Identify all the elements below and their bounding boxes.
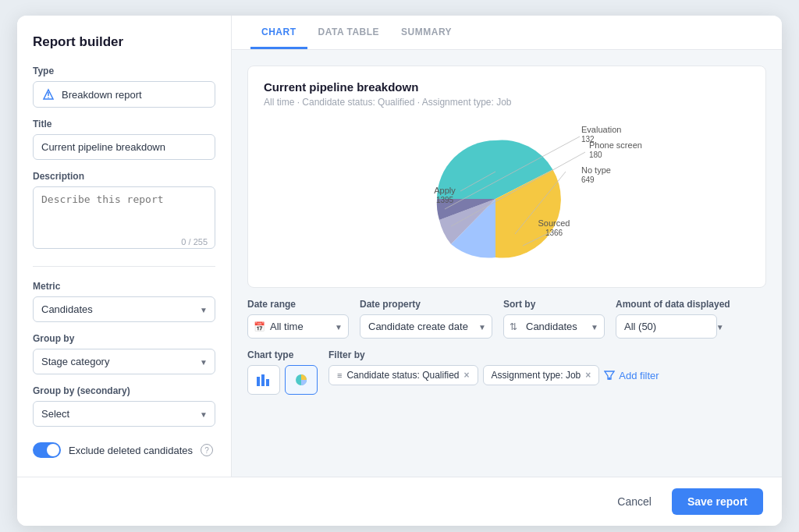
metric-select[interactable]: Candidates (33, 296, 215, 322)
char-count: 0 / 255 (181, 237, 208, 246)
pie-chart-svg: Apply 1395 Sourced 1366 No type 649 Phon… (359, 125, 655, 265)
chart-subtitle: All time · Candidate status: Qualified ·… (264, 97, 750, 108)
chart-type-label: Chart type (247, 349, 318, 360)
chart-type-group: Chart type (247, 349, 318, 395)
date-property-select-wrap: Candidate create date ▼ (360, 314, 492, 339)
add-filter-button[interactable]: Add filter (604, 370, 659, 381)
pie-chart-button[interactable] (285, 365, 318, 395)
label-phonescreen: Phone screen (589, 140, 642, 150)
sort-by-select-wrap: ⇅ Candidates ▼ (503, 314, 605, 339)
cancel-button[interactable]: Cancel (605, 489, 664, 514)
filter-tag-icon-1: ≡ (337, 371, 342, 380)
filter-add-icon (604, 370, 615, 381)
value-notype: 649 (581, 176, 595, 184)
chart-type-buttons (247, 365, 318, 395)
date-range-label: Date range (247, 299, 349, 310)
label-sourced: Sourced (538, 218, 570, 228)
svg-rect-3 (257, 377, 260, 386)
group-by-select[interactable]: Stage category (33, 349, 215, 374)
filter-tag-assignment-type: Assignment type: Job × (483, 365, 600, 385)
bar-icon (256, 373, 272, 387)
exclude-toggle[interactable] (33, 442, 61, 458)
add-filter-label: Add filter (619, 370, 659, 381)
filters-area-1: Date range 📅 All time ▼ Date property (247, 299, 766, 339)
breakdown-icon (41, 87, 55, 101)
group-by-secondary-select-wrap: Select ▼ (33, 401, 215, 427)
date-property-group: Date property Candidate create date ▼ (360, 299, 492, 339)
divider-1 (33, 266, 215, 267)
bar-chart-button[interactable] (247, 365, 280, 395)
chart-svg-wrap: Apply 1395 Sourced 1366 No type 649 Phon… (264, 117, 750, 273)
group-by-secondary-label: Group by (secondary) (33, 385, 215, 396)
save-report-button[interactable]: Save report (672, 488, 763, 515)
sort-by-group: Sort by ⇅ Candidates ▼ (503, 299, 605, 339)
svg-rect-5 (266, 379, 269, 386)
type-field: Breakdown report (33, 81, 215, 108)
date-range-select-wrap: 📅 All time ▼ (247, 314, 349, 339)
svg-rect-4 (261, 374, 265, 386)
exclude-label: Exclude deleted candidates (69, 445, 193, 456)
report-builder-modal: Report builder Type Breakdown report Tit… (17, 16, 782, 526)
value-phonescreen: 180 (589, 151, 602, 159)
date-range-group: Date range 📅 All time ▼ (247, 299, 349, 339)
date-range-select[interactable]: All time (247, 314, 349, 339)
modal-footer: Cancel Save report (17, 477, 782, 526)
filter-tag-remove-1[interactable]: × (464, 370, 470, 381)
chart-container: Current pipeline breakdown All time · Ca… (247, 66, 766, 288)
main-content: CHART DATA TABLE SUMMARY Current pipelin… (232, 16, 782, 477)
tabs-bar: CHART DATA TABLE SUMMARY (232, 16, 782, 50)
svg-point-2 (48, 97, 49, 98)
tab-data-table[interactable]: DATA TABLE (307, 16, 391, 49)
description-wrap: 0 / 255 (33, 186, 215, 252)
amount-select[interactable]: All (50) (616, 314, 717, 339)
description-label: Description (33, 171, 215, 182)
group-by-label: Group by (33, 333, 215, 344)
metric-label: Metric (33, 281, 215, 292)
filter-tags-row: ≡ Candidate status: Qualified × Assignme… (328, 365, 766, 385)
filter-by-label: Filter by (328, 349, 766, 360)
toggle-knob (47, 444, 59, 456)
pie-icon (293, 373, 309, 387)
filters-area-2: Chart type (247, 349, 766, 395)
filter-tag-candidate-status: ≡ Candidate status: Qualified × (328, 365, 478, 385)
label-notype: No type (581, 165, 611, 175)
amount-label: Amount of data displayed (616, 299, 730, 310)
filter-tag-text-1: Candidate status: Qualified (346, 370, 459, 381)
type-value: Breakdown report (62, 89, 142, 101)
amount-arrow: ▼ (716, 322, 724, 331)
chart-title: Current pipeline breakdown (264, 80, 750, 94)
filter-by-group: Filter by ≡ Candidate status: Qualified … (328, 349, 766, 395)
label-evaluation: Evaluation (581, 125, 621, 134)
amount-group: Amount of data displayed All (50) ▼ (616, 299, 730, 339)
title-label: Title (33, 119, 215, 129)
tab-summary[interactable]: SUMMARY (390, 16, 463, 49)
filter-tag-remove-2[interactable]: × (585, 370, 591, 381)
toggle-row: Exclude deleted candidates ? (33, 442, 215, 458)
group-by-secondary-select[interactable]: Select (33, 401, 215, 427)
type-label: Type (33, 66, 215, 76)
sort-by-label: Sort by (503, 299, 605, 310)
label-apply: Apply (434, 186, 456, 195)
help-icon[interactable]: ? (201, 444, 213, 456)
group-by-select-wrap: Stage category ▼ (33, 349, 215, 374)
metric-select-wrap: Candidates ▼ (33, 296, 215, 322)
sidebar-title: Report builder (33, 34, 215, 50)
title-input[interactable] (33, 134, 215, 160)
sidebar: Report builder Type Breakdown report Tit… (17, 16, 232, 477)
modal-body: Report builder Type Breakdown report Tit… (17, 16, 782, 477)
value-apply: 1395 (435, 196, 453, 204)
value-sourced: 1366 (545, 229, 563, 237)
value-evaluation: 132 (581, 135, 595, 144)
date-property-label: Date property (360, 299, 492, 310)
amount-select-wrap: All (50) ▼ (616, 314, 730, 339)
filter-tag-text-2: Assignment type: Job (492, 370, 581, 381)
date-property-select[interactable]: Candidate create date (360, 314, 492, 339)
tab-chart[interactable]: CHART (250, 16, 307, 49)
sort-by-select[interactable]: Candidates (503, 314, 605, 339)
